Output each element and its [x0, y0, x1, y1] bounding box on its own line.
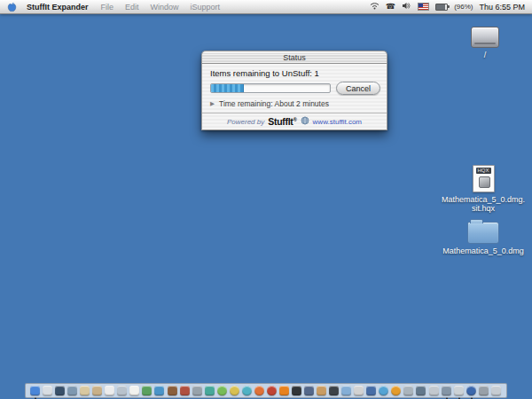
dock-icon-app-26[interactable]: [341, 386, 352, 396]
folder-label: Mathematica_5_0.dmg: [442, 246, 524, 255]
dock-icon-app-13[interactable]: [180, 386, 191, 396]
dock-icon-app-19[interactable]: [254, 386, 265, 396]
app-24-glyph: [317, 386, 326, 395]
dock-icon-app-05[interactable]: [80, 386, 90, 396]
dock-icon-app-32[interactable]: [416, 386, 426, 396]
dock-icon-app-16[interactable]: [217, 386, 228, 396]
dock-icon-app-23[interactable]: [304, 386, 315, 396]
folder-icon: [467, 222, 499, 244]
desktop-icon-folder[interactable]: Mathematica_5_0.dmg: [445, 222, 521, 255]
app-25-glyph: [329, 386, 339, 395]
app-30-glyph: [391, 386, 401, 395]
app-33-glyph: [429, 386, 439, 395]
dock-icon-app-27[interactable]: [354, 386, 364, 396]
app-27-glyph: [354, 386, 364, 395]
app-04-glyph: [67, 386, 77, 395]
app-10-glyph: [142, 386, 152, 395]
airport-icon[interactable]: [370, 2, 379, 12]
app-26-glyph: [341, 386, 351, 395]
app-05-glyph: [80, 386, 90, 395]
dialog-body: Items remaining to UnStuff: 1 Cancel ▶ T…: [201, 64, 387, 130]
dock-icon-app-07[interactable]: [105, 386, 115, 396]
desktop-icon-hqx-archive[interactable]: HQX Mathematica_5_0.dmg. sit.hqx: [445, 165, 521, 213]
menubar-app-name[interactable]: StuffIt Expander: [27, 3, 89, 12]
app-35-glyph: [454, 386, 464, 395]
menubar-clock[interactable]: Thu 6:55 PM: [479, 3, 525, 12]
dock-icon-app-14[interactable]: [192, 386, 203, 396]
menu-window[interactable]: Window: [151, 3, 179, 12]
powered-by-label: Powered by: [227, 118, 264, 126]
dock-icon-app-12[interactable]: [168, 386, 178, 396]
stuffit-expander-logo-icon: [479, 176, 490, 188]
stuffit-brand-label: StuffIt®: [268, 116, 296, 127]
dock-icon-app-34[interactable]: [442, 386, 452, 396]
modem-phone-icon[interactable]: ☎: [386, 3, 395, 11]
app-15-glyph: [205, 386, 215, 395]
hqx-badge: HQX: [476, 168, 491, 174]
app-06-glyph: [92, 386, 102, 395]
dock-icon-app-31[interactable]: [403, 386, 414, 396]
dock-icon-trash[interactable]: [491, 386, 502, 396]
dock-icon-app-17[interactable]: [230, 386, 240, 396]
dock-icon-app-02[interactable]: [43, 386, 53, 396]
dock-icon-app-36[interactable]: [466, 386, 477, 396]
status-dialog: Status Items remaining to UnStuff: 1 Can…: [201, 51, 387, 130]
dock-icon-app-10[interactable]: [142, 386, 153, 396]
dock-icon-app-35[interactable]: [454, 386, 465, 396]
app-11-glyph: [154, 386, 164, 395]
app-13-glyph: [180, 386, 190, 395]
apple-menu-icon[interactable]: [7, 2, 18, 12]
app-28-glyph: [366, 386, 376, 395]
dock-icon-app-09[interactable]: [129, 386, 140, 396]
app-22-glyph: [292, 386, 301, 395]
items-remaining-label: Items remaining to UnStuff: 1: [202, 66, 387, 80]
dock-icon-app-28[interactable]: [366, 386, 377, 396]
dock-icon-app-18[interactable]: [242, 386, 253, 396]
dock-icon-app-37[interactable]: [479, 386, 489, 396]
dock-icon-app-20[interactable]: [267, 386, 278, 396]
battery-icon[interactable]: [435, 4, 448, 11]
disclosure-triangle-icon[interactable]: ▶: [210, 101, 215, 107]
dock-icon-app-15[interactable]: [205, 386, 215, 396]
dock-icon-app-25[interactable]: [329, 386, 340, 396]
stuffit-url-link[interactable]: www.stuffit.com: [313, 118, 362, 126]
finder-glyph: [30, 386, 40, 395]
battery-percent: (96%): [454, 3, 473, 11]
dock-icon-app-08[interactable]: [117, 386, 128, 396]
app-16-glyph: [217, 386, 227, 395]
dialog-titlebar[interactable]: Status: [201, 51, 387, 64]
dock-icon-finder[interactable]: [30, 386, 41, 396]
dock-icon-app-30[interactable]: [391, 386, 402, 396]
dock-icon-app-33[interactable]: [429, 386, 440, 396]
dock-icon-app-29[interactable]: [379, 386, 389, 396]
globe-icon: [301, 116, 309, 127]
app-21-glyph: [279, 386, 289, 395]
keyboard-layout-flag-icon[interactable]: [418, 3, 429, 11]
cancel-button[interactable]: Cancel: [336, 82, 380, 95]
app-36-glyph: [466, 386, 476, 395]
app-07-glyph: [105, 386, 114, 395]
menubar-menus: FileEditWindowiSupport: [101, 3, 221, 12]
dock-icon-app-24[interactable]: [317, 386, 327, 396]
app-09-glyph: [129, 386, 139, 395]
dock: [25, 383, 507, 398]
desktop-icon-hard-disk[interactable]: /: [458, 27, 512, 59]
dock-icon-app-22[interactable]: [292, 386, 302, 396]
app-03-glyph: [55, 386, 65, 395]
dialog-title: Status: [283, 53, 306, 62]
dock-icon-app-04[interactable]: [67, 386, 78, 396]
menu-edit[interactable]: Edit: [125, 3, 139, 12]
app-18-glyph: [242, 386, 252, 395]
menu-file[interactable]: File: [101, 3, 114, 12]
app-20-glyph: [267, 386, 277, 395]
dock-icon-app-03[interactable]: [55, 386, 66, 396]
dock-icon-app-21[interactable]: [279, 386, 290, 396]
hqx-document-icon: HQX: [473, 165, 495, 192]
menu-isupport[interactable]: iSupport: [191, 3, 221, 12]
dock-icon-app-06[interactable]: [92, 386, 103, 396]
volume-icon[interactable]: [402, 2, 411, 12]
time-remaining-label: Time remaining: About 2 minutes: [219, 99, 329, 108]
progress-fill: [211, 84, 244, 92]
dock-icon-app-11[interactable]: [154, 386, 165, 396]
app-34-glyph: [442, 386, 451, 395]
